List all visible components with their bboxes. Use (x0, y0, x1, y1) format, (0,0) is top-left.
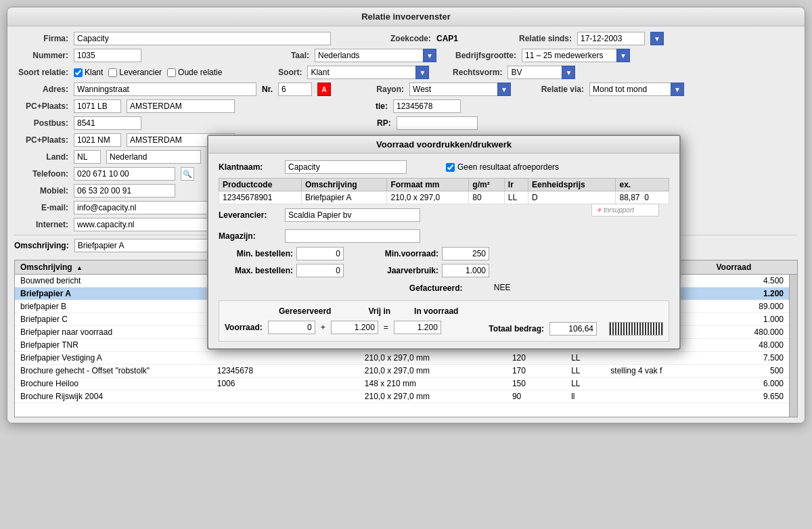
modal-klantnaam-input[interactable] (285, 160, 407, 174)
voorraad-gereserveerd: 0 (268, 321, 315, 334)
adres-red-btn[interactable]: A (317, 83, 331, 96)
soort-dropdown-label: Soort: (248, 68, 302, 77)
table-row[interactable]: Briefpapier Vestiging A 210,0 x 297,0 mm… (15, 352, 789, 365)
soort-dropdown-btn[interactable]: ▼ (415, 66, 429, 79)
gefactureerd-label: Gefactureerd: (375, 283, 463, 293)
row-code: 1006 (215, 379, 363, 388)
oude-relatie-checkbox[interactable] (167, 68, 176, 77)
modal-product-ir: LL (504, 191, 528, 204)
lev-mag-section: Leverancier: ✈ tnrsupport (219, 208, 669, 226)
table-row[interactable]: Brochure Heiloo 1006 148 x 210 mm 150 LL… (15, 377, 789, 390)
pc1-input[interactable] (74, 99, 121, 113)
row-omschrijving: Brochure Heiloo (18, 379, 215, 388)
adres-label: Adres: (14, 85, 68, 94)
geen-resultaat-checkbox[interactable] (446, 163, 455, 172)
internet-input[interactable] (74, 218, 209, 231)
totaal-bedrag-value: 106,64 (549, 322, 597, 336)
land-name-input[interactable] (106, 150, 201, 164)
voorraad-totaal-row: Voorraad: 0 + 1.200 = 1.200 Totaal bedra… (225, 319, 663, 336)
leverancier-checkbox-label[interactable]: Leverancier (108, 68, 162, 77)
modal-klantnaam-label: Klantnaam: (219, 162, 279, 172)
rayon-input[interactable] (409, 83, 511, 96)
plus-sign: + (321, 323, 325, 332)
taal-dropdown[interactable]: ▼ (423, 49, 436, 62)
row-omschrijving: Brochure gehecht - Offset "robstolk" (18, 366, 215, 375)
min-bestellen-label: Min. bestellen: (219, 249, 293, 258)
modal-leverancier-input[interactable] (285, 208, 420, 222)
tie-input[interactable] (393, 99, 461, 113)
leverancier-checkbox[interactable] (108, 68, 117, 77)
adres-input[interactable] (74, 83, 256, 96)
telefoon-input[interactable] (74, 167, 175, 181)
max-bestellen-label: Max. bestellen: (219, 266, 293, 275)
modal-leverancier-row: Leverancier: (219, 208, 420, 222)
rayon-label: Rayon: (350, 85, 404, 94)
row-voorraad: 1.200 (707, 289, 786, 298)
row-voorraad: 500 (707, 366, 786, 375)
postbus-input[interactable] (74, 116, 141, 130)
klant-checkbox-label[interactable]: Klant (74, 68, 103, 77)
nr-input[interactable] (278, 83, 312, 96)
rp-label: RP: (377, 118, 391, 128)
pcplaats1-label: PC+Plaats: (14, 101, 68, 111)
row-magazijn: stelling 4 vak f (608, 366, 706, 375)
relatie-via-label: Relatie via: (530, 85, 584, 94)
scrollbar[interactable] (789, 275, 797, 417)
row-code (215, 392, 363, 401)
internet-label: Internet: (14, 220, 68, 229)
klant-checkbox[interactable] (74, 68, 83, 77)
tnr-text: tnrsupport (604, 206, 634, 214)
plaats1-input[interactable] (127, 99, 235, 113)
email-label: E-mail: (14, 203, 68, 212)
pc2-input[interactable] (74, 133, 121, 147)
row-magazijn (608, 392, 706, 401)
land-code-input[interactable] (74, 150, 101, 164)
oude-relatie-checkbox-label[interactable]: Oude relatie (167, 68, 222, 77)
soort-dropdown-input[interactable] (307, 66, 429, 79)
bedrijfsgrootte-label: Bedrijfsgrootte: (455, 51, 516, 60)
modal-leverancier-label: Leverancier: (219, 210, 279, 220)
min-voorraad-value: 250 (442, 247, 489, 260)
table-row[interactable]: Brochure Rijswijk 2004 210,0 x 297,0 mm … (15, 390, 789, 403)
mobiel-input[interactable] (74, 184, 175, 198)
leverancier-label: Leverancier (119, 68, 162, 77)
row-voorraad: 480.000 (707, 327, 786, 337)
nummer-input[interactable] (74, 49, 141, 62)
rp-input[interactable] (397, 116, 478, 130)
omschrijving-input[interactable] (74, 239, 210, 252)
col-omschrijving-header: Omschrijving ▲ (18, 262, 217, 272)
modal-product-ex: 88,87 0 (616, 191, 669, 204)
row-formaat: 210,0 x 297,0 mm (363, 392, 510, 401)
bedrijfsgrootte-dropdown[interactable]: ▼ (616, 49, 630, 62)
row-gsm: 170 (510, 366, 569, 375)
modal-product-table: Productcode Omschrijving Formaat mm g/m²… (219, 178, 669, 204)
row-magazijn (608, 379, 706, 388)
jaarverbruik-row: Jaarverbruik: 1.000 (364, 264, 489, 277)
postbus-row: Postbus: RP: (14, 116, 798, 130)
relatie-sinds-dropdown[interactable]: ▼ (650, 32, 664, 45)
relatie-via-input[interactable] (589, 83, 684, 96)
telefoon-magnifier[interactable]: 🔍 (181, 167, 194, 181)
table-row[interactable]: Brochure gehecht - Offset "robstolk" 123… (15, 365, 789, 377)
nr-label: Nr. (262, 85, 273, 94)
modal-product-row: 12345678901 Briefpapier A 210,0 x 297,0 … (219, 191, 669, 204)
row-voorraad: 6.000 (707, 379, 786, 388)
modal-col-productcode: Productcode (219, 179, 302, 191)
modal-magazijn-input[interactable] (285, 229, 420, 243)
relatie-via-dropdown[interactable]: ▼ (671, 83, 684, 96)
soort-label: Soort relatie: (14, 68, 68, 77)
taal-label: Taal: (255, 51, 309, 60)
rechtsvorm-dropdown[interactable]: ▼ (562, 66, 575, 79)
geen-resultaat-row: Geen resultaat afroeporders (446, 162, 559, 172)
row-ir: ll (569, 392, 608, 401)
relatie-sinds-input[interactable] (577, 32, 645, 45)
rayon-dropdown[interactable]: ▼ (497, 83, 511, 96)
firma-input[interactable] (74, 32, 331, 45)
barcode-image (609, 322, 663, 336)
modal-voorraad: Voorraad voordrukken/drukwerk Klantnaam:… (207, 135, 681, 350)
bedrijfsgrootte-input[interactable] (522, 49, 630, 62)
zoekcode-value: CAP1 (436, 34, 458, 43)
zoekcode-label: Zoekcode: (377, 34, 431, 43)
email-input[interactable] (74, 201, 209, 214)
taal-input[interactable] (315, 49, 436, 62)
